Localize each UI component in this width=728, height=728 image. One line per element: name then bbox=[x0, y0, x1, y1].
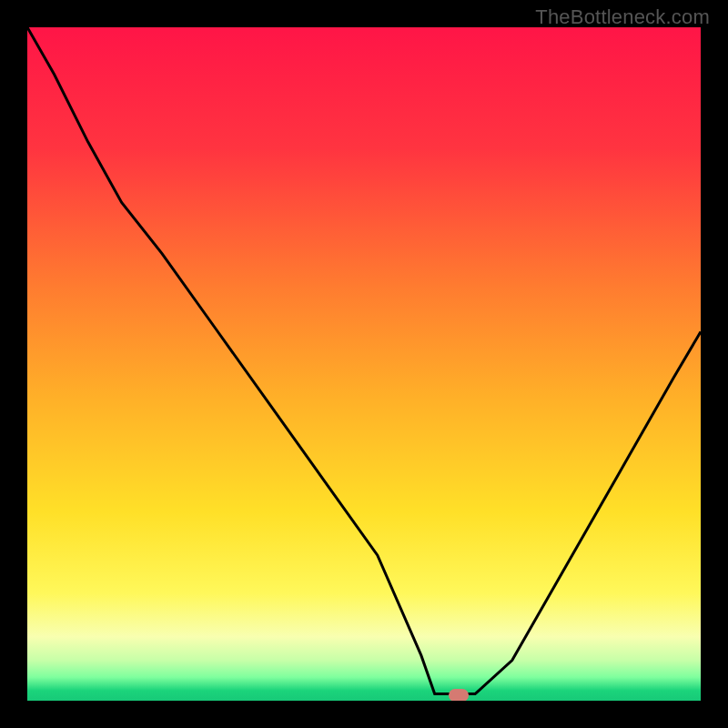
gradient-fill bbox=[27, 27, 701, 701]
plot-area bbox=[27, 27, 701, 701]
watermark-label: TheBottleneck.com bbox=[535, 5, 710, 29]
optimum-marker bbox=[449, 689, 469, 701]
chart-frame: TheBottleneck.com bbox=[0, 0, 728, 728]
bottleneck-curve bbox=[27, 27, 701, 701]
